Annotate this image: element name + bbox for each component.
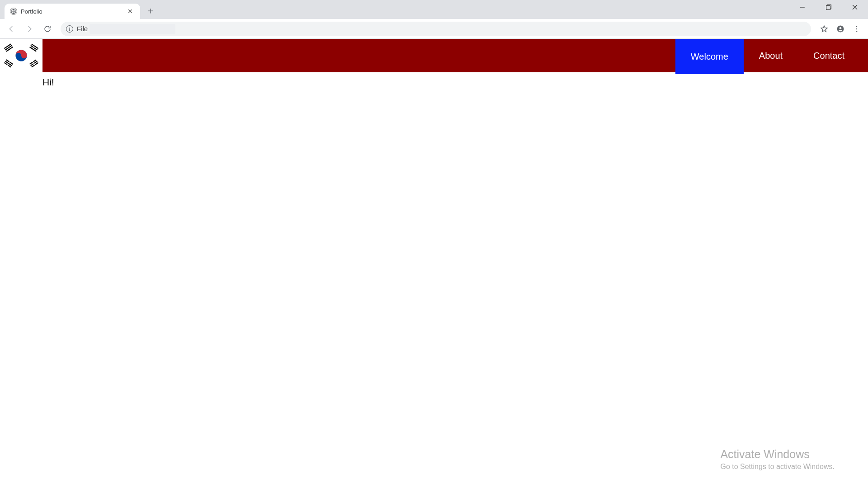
forward-button[interactable] [22, 21, 37, 37]
svg-point-7 [840, 27, 842, 29]
bookmark-star-icon[interactable] [816, 21, 832, 37]
profile-icon[interactable] [833, 21, 848, 37]
nav-contact[interactable]: Contact [798, 39, 860, 72]
watermark-subtitle: Go to Settings to activate Windows. [720, 463, 835, 471]
window-controls [789, 0, 868, 14]
nav-welcome[interactable]: Welcome [675, 39, 744, 74]
address-bar[interactable]: i File [61, 22, 811, 36]
reload-button[interactable] [40, 21, 55, 37]
svg-point-9 [856, 28, 857, 29]
info-icon[interactable]: i [66, 25, 73, 33]
tab-title: Portfolio [21, 8, 122, 15]
minimize-button[interactable] [789, 0, 816, 14]
close-tab-icon[interactable]: ✕ [126, 8, 135, 15]
greeting-text: Hi! [42, 77, 54, 87]
nav-about[interactable]: About [744, 39, 798, 72]
svg-point-10 [856, 31, 857, 32]
browser-toolbar: i File [0, 19, 868, 39]
page-content: Hi! [0, 72, 868, 88]
svg-point-8 [856, 26, 857, 27]
primary-nav: Welcome About Contact [675, 39, 860, 72]
browser-titlebar: Portfolio ✕ ＋ [0, 0, 868, 19]
site-logo[interactable] [0, 39, 42, 72]
close-window-button[interactable] [842, 0, 868, 14]
address-masked [90, 24, 175, 34]
korea-flag-icon [1, 42, 41, 69]
globe-icon [10, 8, 17, 15]
site-header: Welcome About Contact [0, 39, 868, 72]
page-viewport: Welcome About Contact Hi! Activate Windo… [0, 39, 868, 488]
watermark-title: Activate Windows [720, 448, 835, 461]
back-button[interactable] [4, 21, 19, 37]
svg-rect-3 [826, 6, 830, 10]
windows-activation-watermark: Activate Windows Go to Settings to activ… [720, 448, 835, 471]
new-tab-button[interactable]: ＋ [146, 5, 156, 15]
browser-tab[interactable]: Portfolio ✕ [5, 4, 140, 19]
kebab-menu-icon[interactable] [849, 21, 864, 37]
maximize-button[interactable] [816, 0, 842, 14]
address-text: File [77, 25, 88, 33]
